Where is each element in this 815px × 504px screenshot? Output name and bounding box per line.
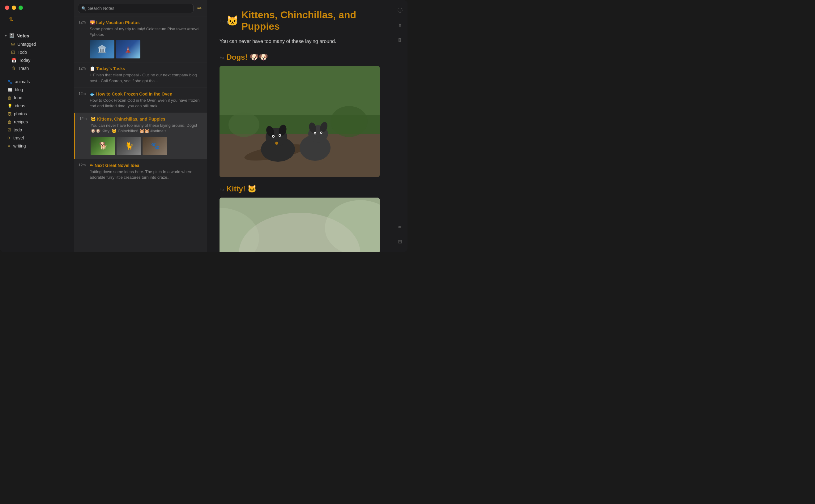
notes-section: ▾ 📓 Notes ✉ Untagged ☑ Todo 📅 Today 🗑 Tr… <box>0 32 74 72</box>
animals-icon: 🐾 <box>7 79 12 84</box>
search-bar[interactable]: 🔍 Search Notes <box>78 4 194 13</box>
note-title: ✏ Next Great Novel Idea <box>90 163 139 168</box>
filter-icon: ⇅ <box>9 16 13 23</box>
tag-photos[interactable]: 🖼 photos <box>2 110 71 118</box>
note-item-cod[interactable]: 12m 🐟 How to Cook Frozen Cod in the Oven… <box>74 88 207 113</box>
trash-icon: 🗑 <box>11 66 15 71</box>
notes-label: Notes <box>16 33 29 38</box>
note-list: 🔍 Search Notes ✏ 12m 🌄 Italy Vacation Ph… <box>74 0 207 252</box>
tag-food[interactable]: 🗑 food <box>2 94 71 102</box>
sidebar-item-today[interactable]: 📅 Today <box>2 56 71 64</box>
svg-point-19 <box>321 132 322 133</box>
h1-label: H₁ <box>220 19 224 23</box>
kitty-heading: H₂ Kitty! 🐱 <box>220 185 380 193</box>
travel-icon: ✈ <box>7 136 11 140</box>
tag-writing-label: writing <box>13 143 26 148</box>
pen-button[interactable]: ✒ <box>397 223 403 231</box>
sidebar-item-todo-system[interactable]: ☑ Todo <box>2 48 71 56</box>
today-icon: 📅 <box>11 58 16 63</box>
note-preview: You can never have too many of these lay… <box>91 123 203 134</box>
traffic-lights <box>0 3 74 15</box>
todo-label: Todo <box>18 50 27 55</box>
tag-recipes-label: recipes <box>14 119 28 124</box>
search-placeholder: Search Notes <box>88 6 114 11</box>
sidebar-item-untagged[interactable]: ✉ Untagged <box>2 40 71 48</box>
note-images <box>91 137 203 155</box>
note-time: 12m <box>79 92 87 96</box>
notes-group-header[interactable]: ▾ 📓 Notes <box>2 32 71 40</box>
sidebar-divider <box>5 75 69 75</box>
note-time: 12m <box>79 20 87 24</box>
dogs-heading-text: Dogs! 🐶🐶 <box>226 53 268 62</box>
tag-todo[interactable]: ☑ todo <box>2 126 71 134</box>
note-thumb-dogs <box>91 137 115 155</box>
note-item-tasks[interactable]: 12m 📋 Today's Tasks + Finish that client… <box>74 62 207 88</box>
note-item-kittens[interactable]: 12m 🐱 Kittens, Chinchillas, and Puppies … <box>74 113 207 159</box>
tag-recipes[interactable]: 🗑 recipes <box>2 118 71 126</box>
note-thumb-cat <box>117 137 141 155</box>
tag-blog-label: blog <box>15 87 23 92</box>
photos-icon: 🖼 <box>7 112 11 116</box>
right-sidebar: ⓘ ⬆ 🗑 ✒ ⊞ <box>392 0 407 252</box>
svg-point-22 <box>228 112 259 137</box>
tag-ideas-label: ideas <box>15 103 25 108</box>
note-detail: H₁ 🐱 Kittens, Chinchillas, and Puppies Y… <box>207 0 392 252</box>
notes-folder-icon: 📓 <box>9 33 15 38</box>
note-thumb-tower <box>116 40 140 58</box>
note-title: 🐱 Kittens, Chinchillas, and Puppies <box>91 117 165 122</box>
detail-body: You can never have too many of these lay… <box>220 37 380 45</box>
note-title: 📋 Today's Tasks <box>90 66 125 71</box>
note-preview: How to Cook Frozen Cod in the Oven Even … <box>90 98 203 109</box>
search-icon: 🔍 <box>81 6 86 11</box>
minimize-button[interactable] <box>12 6 16 10</box>
note-thumb-chinchilla <box>143 137 167 155</box>
grid-button[interactable]: ⊞ <box>397 237 403 246</box>
share-button[interactable]: ⬆ <box>397 21 403 30</box>
svg-point-15 <box>279 135 280 136</box>
tag-photos-label: photos <box>14 111 27 116</box>
svg-point-20 <box>275 142 278 145</box>
sidebar-item-trash[interactable]: 🗑 Trash <box>2 64 71 72</box>
dogs-heading: H₂ Dogs! 🐶🐶 <box>220 53 380 62</box>
today-label: Today <box>19 58 30 63</box>
ideas-icon: 💡 <box>7 104 12 108</box>
chevron-icon: ▾ <box>5 34 7 38</box>
note-time: 12m <box>79 66 87 70</box>
compose-icon: ✏ <box>197 5 202 11</box>
compose-button[interactable]: ✏ <box>196 4 203 13</box>
note-time: 12m <box>79 117 88 121</box>
food-icon: 🗑 <box>7 96 11 100</box>
filter-button[interactable]: ⇅ <box>7 15 15 24</box>
tag-food-label: food <box>14 95 22 100</box>
tag-writing[interactable]: ✒ writing <box>2 142 71 150</box>
tasks-icon: 📋 <box>90 66 95 71</box>
tag-blog[interactable]: 📰 blog <box>2 86 71 94</box>
detail-image-cat <box>220 198 380 252</box>
note-item-header: 12m 📋 Today's Tasks <box>79 66 203 71</box>
h2-label-dogs: H₂ <box>220 55 224 60</box>
tag-travel[interactable]: ✈ travel <box>2 134 71 142</box>
note-item-header: 12m ✏ Next Great Novel Idea <box>79 163 203 168</box>
info-button[interactable]: ⓘ <box>396 6 404 15</box>
note-item-italy[interactable]: 12m 🌄 Italy Vacation Photos Some photos … <box>74 16 207 62</box>
note-time: 12m <box>79 163 87 167</box>
note-thumb-colosseum <box>90 40 114 58</box>
cod-icon: 🐟 <box>90 92 95 96</box>
untagged-label: Untagged <box>17 42 36 47</box>
filter-row: ⇅ <box>0 15 74 32</box>
delete-button[interactable]: 🗑 <box>396 36 404 44</box>
kitty-heading-text: Kitty! 🐱 <box>226 185 257 193</box>
note-item-header: 12m 🐟 How to Cook Frozen Cod in the Oven <box>79 92 203 96</box>
app-window: ⇅ ▾ 📓 Notes ✉ Untagged ☑ Todo 📅 Today <box>0 0 407 252</box>
untagged-icon: ✉ <box>11 42 15 47</box>
todo-tag-icon: ☑ <box>7 128 11 132</box>
tag-ideas[interactable]: 💡 ideas <box>2 102 71 110</box>
close-button[interactable] <box>5 6 9 10</box>
note-preview: + Finish that client proposal - Outline … <box>90 72 203 83</box>
maximize-button[interactable] <box>19 6 23 10</box>
note-item-novel[interactable]: 12m ✏ Next Great Novel Idea Jotting down… <box>74 159 207 184</box>
tag-animals[interactable]: 🐾 animals <box>2 78 71 86</box>
note-list-items: 12m 🌄 Italy Vacation Photos Some photos … <box>74 16 207 252</box>
h2-label-kitty: H₂ <box>220 187 224 191</box>
note-title: 🌄 Italy Vacation Photos <box>90 20 140 25</box>
